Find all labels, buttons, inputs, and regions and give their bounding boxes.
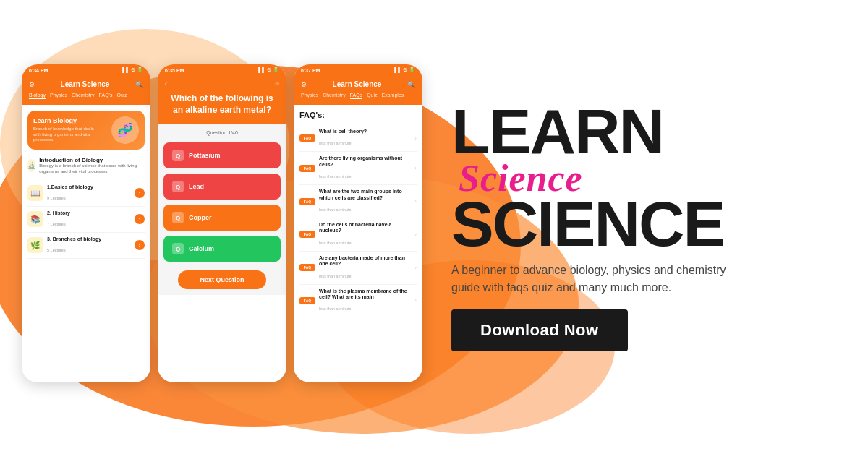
option-icon-2: Q: [172, 212, 184, 223]
option-icon-0: Q: [172, 150, 184, 161]
list-img-0: 📖: [27, 185, 43, 201]
tab-quiz[interactable]: Quiz: [116, 93, 127, 99]
faq-item-3[interactable]: FAQ Do the cells of bacteria have a nucl…: [299, 218, 417, 252]
next-question-button[interactable]: Next Question: [178, 270, 265, 289]
list-item-2[interactable]: 🌿 3. Branches of biology 5 Lectures ›: [27, 233, 145, 259]
learn-bio-card: Learn Biology Branch of knowledge that d…: [27, 111, 145, 150]
phone2-body: Question 1/40 Q Pottasium Q Lead Q Coppe…: [158, 124, 286, 295]
faq-arrow-5: ›: [414, 297, 417, 304]
faq-item-2[interactable]: FAQ What are the two main groups into wh…: [299, 185, 417, 218]
search-icon: 🔍: [135, 81, 143, 88]
main-content: 6:34 PM ▌▌ ⊙ 🔋 ⚙ Learn Science 🔍 Biology…: [0, 0, 868, 454]
faq-item-4[interactable]: FAQ Are any bacteria made of more than o…: [299, 252, 417, 285]
phone1-header: ⚙ Learn Science 🔍 Biology Physics Chemis…: [22, 76, 150, 105]
phone-biology: 6:34 PM ▌▌ ⊙ 🔋 ⚙ Learn Science 🔍 Biology…: [22, 64, 150, 382]
phone1-tabs: Biology Physics Chemistry FAQ's Quiz: [29, 93, 143, 99]
phone1-body: Learn Biology Branch of knowledge that d…: [22, 105, 150, 265]
search-icon-3: 🔍: [407, 81, 415, 88]
phone-quiz: 6:35 PM ▌▌ ⊙ 🔋 ‹ ⚙ Which of the followin…: [158, 64, 286, 382]
list-item-0[interactable]: 📖 1.Basics of biology 9 Lectures ›: [27, 181, 145, 207]
tab-faqs-3[interactable]: FAQs: [350, 93, 363, 99]
option-lead[interactable]: Q Lead: [163, 174, 281, 200]
phone-faq: 6:37 PM ▌▌ ⊙ 🔋 ⚙ Learn Science 🔍 Physics…: [294, 64, 422, 382]
intro-section: 🔬 Introduction of Biology Biology is a b…: [27, 157, 145, 175]
phone1-statusbar: 6:34 PM ▌▌ ⊙ 🔋: [22, 64, 150, 76]
quiz-question: Which of the following is an alkaline ea…: [165, 93, 279, 116]
phone3-tabs: Physics Chemistry FAQs Quiz Examples: [301, 93, 415, 99]
faq-arrow-1: ›: [414, 165, 417, 171]
tab-physics-3[interactable]: Physics: [301, 93, 318, 99]
tab-faqs[interactable]: FAQ's: [99, 93, 113, 99]
hero-tagline: A beginner to advance biology, physics a…: [451, 262, 755, 296]
phone2-header: ‹ ⚙ Which of the following is an alkalin…: [158, 76, 286, 124]
phone3-body: FAQ's: FAQ What is cell theory? less tha…: [294, 105, 422, 323]
faq-title: FAQ's:: [299, 111, 417, 119]
faq-arrow-4: ›: [414, 265, 417, 271]
option-icon-1: Q: [172, 181, 184, 192]
tab-examples-3[interactable]: Examples: [382, 93, 404, 99]
bio-circle-icon: 🧬: [111, 116, 139, 144]
faq-arrow-2: ›: [414, 198, 417, 205]
list-img-1: 📚: [27, 211, 43, 227]
phones-section: 6:34 PM ▌▌ ⊙ 🔋 ⚙ Learn Science 🔍 Biology…: [22, 64, 422, 382]
arrow-icon-0: ›: [135, 188, 145, 198]
phone3-statusbar: 6:37 PM ▌▌ ⊙ 🔋: [294, 64, 422, 76]
hero-text-section: LEARN Science SCIENCE A beginner to adva…: [422, 103, 846, 351]
settings-icon: ⚙: [29, 81, 35, 88]
tab-chemistry[interactable]: Chemistry: [72, 93, 95, 99]
quiz-counter: Question 1/40: [163, 130, 281, 135]
back-icon[interactable]: ‹: [165, 80, 167, 87]
tab-biology[interactable]: Biology: [29, 93, 46, 99]
list-item-1[interactable]: 📚 2. History 7 Lectures ›: [27, 207, 145, 233]
list-img-2: 🌿: [27, 237, 43, 253]
arrow-icon-2: ›: [135, 240, 145, 250]
tab-physics[interactable]: Physics: [50, 93, 67, 99]
faq-item-0[interactable]: FAQ What is cell theory? less than a min…: [299, 125, 417, 152]
arrow-icon-1: ›: [135, 214, 145, 224]
intro-icon: 🔬: [27, 159, 35, 172]
tab-chemistry-3[interactable]: Chemistry: [323, 93, 346, 99]
faq-arrow-0: ›: [414, 135, 417, 142]
faq-item-5[interactable]: FAQ What is the plasma membrane of the c…: [299, 285, 417, 318]
download-now-button[interactable]: Download Now: [451, 309, 628, 351]
tab-quiz-3[interactable]: Quiz: [367, 93, 377, 99]
phone2-statusbar: 6:35 PM ▌▌ ⊙ 🔋: [158, 64, 286, 76]
option-calcium[interactable]: Q Calcium: [163, 236, 281, 262]
option-icon-3: Q: [172, 243, 184, 254]
settings-icon-3: ⚙: [301, 81, 307, 88]
hero-learn: LEARN: [451, 103, 832, 160]
faq-arrow-3: ›: [414, 231, 417, 238]
faq-item-1[interactable]: FAQ Are there living organisms without c…: [299, 152, 417, 185]
hero-science-bold: SCIENCE: [451, 197, 832, 252]
option-pottasium[interactable]: Q Pottasium: [163, 142, 281, 168]
phone3-header: ⚙ Learn Science 🔍 Physics Chemistry FAQs…: [294, 76, 422, 105]
option-copper[interactable]: Q Copper: [163, 205, 281, 231]
